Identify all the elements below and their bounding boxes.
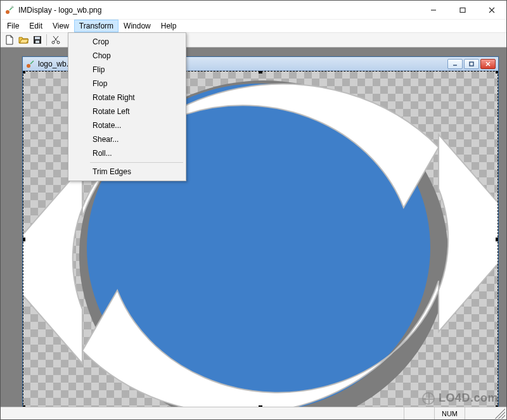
handle-top-right[interactable]	[496, 71, 498, 73]
globe-icon	[422, 392, 435, 405]
menu-item-chop[interactable]: Chop	[70, 49, 184, 63]
save-button[interactable]	[31, 34, 44, 46]
handle-mid-right[interactable]	[496, 238, 498, 241]
transform-dropdown: Crop Chop Flip Flop Rotate Right Rotate …	[68, 32, 186, 181]
svg-rect-7	[35, 37, 40, 39]
doc-maximize-button[interactable]	[464, 59, 479, 69]
menu-item-rotate-left[interactable]: Rotate Left	[70, 105, 184, 118]
title-bar: IMDisplay - logo_wb.png	[1, 1, 506, 20]
minimize-button[interactable]	[419, 1, 448, 19]
handle-bottom-mid[interactable]	[259, 405, 262, 407]
menu-item-shear[interactable]: Shear...	[70, 132, 184, 146]
svg-point-11	[27, 64, 30, 68]
status-numlock: NUM	[434, 407, 465, 419]
new-file-button[interactable]	[3, 34, 16, 46]
menu-help[interactable]: Help	[156, 20, 182, 32]
menu-window[interactable]: Window	[119, 20, 156, 32]
open-file-button[interactable]	[17, 34, 30, 46]
window-controls	[419, 1, 506, 19]
menu-item-roll[interactable]: Roll...	[70, 146, 184, 160]
toolbar-separator	[46, 34, 47, 46]
svg-rect-8	[35, 41, 39, 43]
menu-item-rotate[interactable]: Rotate...	[70, 118, 184, 132]
handle-top-left[interactable]	[23, 71, 25, 73]
resize-grip[interactable]	[495, 409, 505, 419]
maximize-button[interactable]	[448, 1, 477, 19]
handle-mid-left[interactable]	[23, 238, 25, 241]
handle-bottom-right[interactable]	[496, 405, 498, 407]
status-cell-empty-2	[465, 407, 495, 419]
menu-item-rotate-right[interactable]: Rotate Right	[70, 91, 184, 105]
menu-item-trim-edges[interactable]: Trim Edges	[70, 165, 184, 179]
handle-bottom-left[interactable]	[23, 405, 25, 407]
status-cell-empty-1	[404, 407, 434, 419]
menu-transform[interactable]: Transform	[74, 20, 119, 32]
menu-bar: File Edit View Transform Window Help	[1, 20, 506, 32]
watermark-text: LO4D.com	[439, 391, 498, 405]
menu-view[interactable]: View	[48, 20, 74, 32]
doc-close-button[interactable]	[480, 59, 496, 69]
status-bar: NUM	[1, 407, 506, 419]
window-title: IMDisplay - logo_wb.png	[18, 6, 101, 15]
menu-edit[interactable]: Edit	[24, 20, 48, 32]
svg-point-1	[11, 6, 13, 7]
menu-item-flop[interactable]: Flop	[70, 77, 184, 91]
svg-rect-13	[470, 62, 473, 66]
doc-minimize-button[interactable]	[447, 59, 463, 69]
watermark: LO4D.com	[422, 391, 498, 405]
svg-rect-3	[460, 8, 465, 12]
app-icon	[4, 5, 15, 15]
menu-separator	[90, 162, 183, 163]
menu-item-flip[interactable]: Flip	[70, 63, 184, 77]
handle-top-mid[interactable]	[259, 71, 262, 73]
cut-button[interactable]	[49, 34, 62, 46]
svg-point-0	[6, 10, 10, 14]
menu-item-crop[interactable]: Crop	[70, 35, 184, 49]
menu-file[interactable]: File	[2, 20, 24, 32]
close-button[interactable]	[477, 1, 506, 19]
document-icon	[25, 59, 35, 69]
